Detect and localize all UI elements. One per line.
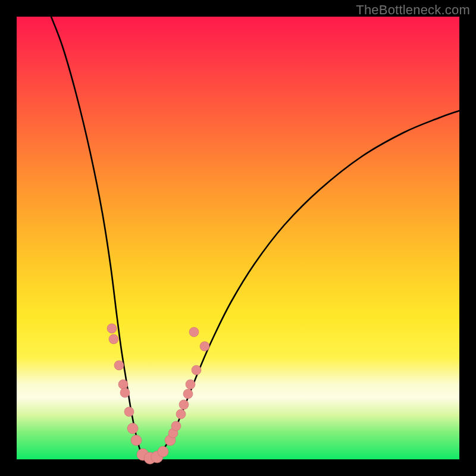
data-marker bbox=[118, 380, 128, 389]
data-marker bbox=[120, 388, 130, 397]
data-marker bbox=[176, 409, 186, 419]
data-marker bbox=[189, 327, 199, 337]
plot-area bbox=[17, 17, 459, 459]
data-marker bbox=[124, 407, 134, 416]
data-marker bbox=[183, 389, 193, 399]
curve-layer bbox=[51, 17, 459, 459]
data-marker bbox=[186, 380, 195, 389]
data-marker bbox=[107, 324, 117, 333]
data-marker bbox=[171, 421, 181, 431]
chart-frame: TheBottleneck.com bbox=[0, 0, 476, 476]
data-marker bbox=[200, 342, 209, 351]
curve-left-arm bbox=[51, 17, 149, 459]
chart-svg bbox=[17, 17, 459, 459]
data-marker bbox=[127, 423, 138, 434]
data-marker bbox=[179, 400, 189, 409]
data-marker bbox=[158, 446, 168, 457]
data-marker bbox=[109, 334, 118, 344]
watermark-text: TheBottleneck.com bbox=[356, 2, 470, 18]
data-marker bbox=[192, 365, 201, 375]
marker-layer bbox=[107, 324, 209, 464]
data-marker bbox=[114, 361, 124, 370]
data-marker bbox=[131, 435, 142, 446]
curve-right-arm bbox=[149, 111, 459, 459]
